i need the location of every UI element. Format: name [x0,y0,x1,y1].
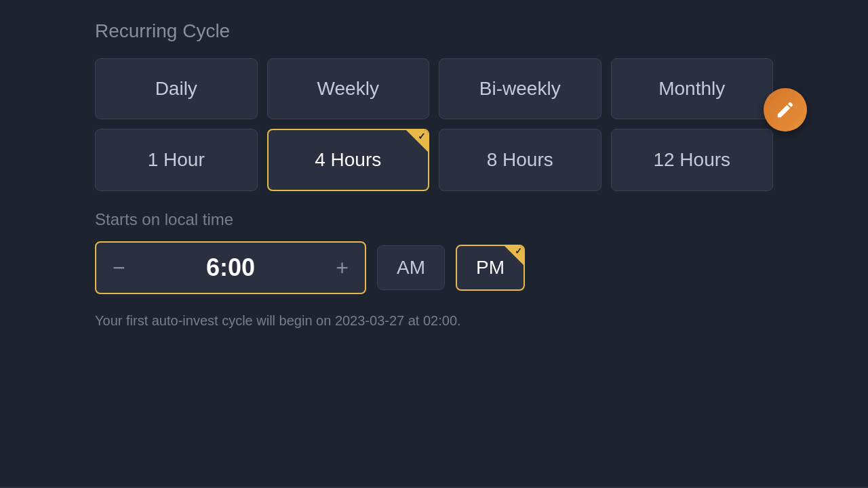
fab-edit-button[interactable] [764,88,807,131]
time-display: 6:00 [206,253,255,282]
am-button[interactable]: AM [377,245,445,290]
pm-checkmark [505,246,524,265]
time-input-box: − 6:00 + [95,241,366,294]
cycle-option-monthly[interactable]: Monthly [611,58,774,119]
selected-checkmark [406,130,428,152]
time-row: − 6:00 + AM PM [95,241,773,294]
info-text: Your first auto-invest cycle will begin … [95,310,570,331]
pm-button[interactable]: PM [456,245,525,291]
cycle-option-weekly[interactable]: Weekly [267,58,430,119]
edit-icon [775,100,795,120]
cycle-grid-row2: 1 Hour 4 Hours 8 Hours 12 Hours [95,129,773,191]
main-container: Recurring Cycle Daily Weekly Bi-weekly M… [0,0,868,351]
cycle-option-1hour[interactable]: 1 Hour [95,129,258,191]
starts-label: Starts on local time [95,210,773,229]
time-increment-button[interactable]: + [336,257,349,279]
cycle-option-daily[interactable]: Daily [95,58,258,119]
cycle-option-biweekly[interactable]: Bi-weekly [439,58,601,119]
cycle-option-8hours[interactable]: 8 Hours [439,129,601,191]
section-title: Recurring Cycle [95,20,773,42]
time-decrement-button[interactable]: − [113,257,125,279]
cycle-grid-row1: Daily Weekly Bi-weekly Monthly [95,58,773,119]
cycle-option-12hours[interactable]: 12 Hours [611,129,774,191]
cycle-option-4hours[interactable]: 4 Hours [267,129,430,191]
